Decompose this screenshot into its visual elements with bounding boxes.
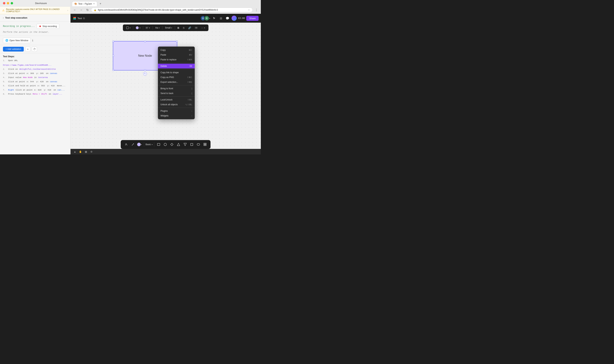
context-menu-bring-front-label: Bring to front: [160, 87, 173, 90]
shapes-more-button[interactable]: [202, 142, 208, 147]
svg-rect-23: [197, 143, 200, 145]
open-new-window-label: Open New Window: [9, 39, 28, 42]
shape-tools-dropdown[interactable]: ▾: [125, 26, 132, 30]
maximize-button[interactable]: [11, 2, 13, 4]
context-menu-widgets[interactable]: Widgets ›: [158, 113, 195, 118]
color-fill-button[interactable]: ▾: [137, 142, 143, 147]
resize-handle-bc[interactable]: [144, 69, 146, 71]
context-menu-paste-label: Paste: [160, 53, 166, 56]
bookmark-icon[interactable]: ☆: [248, 9, 250, 11]
context-menu-export[interactable]: Export selection... ⇧⌘E: [158, 80, 195, 84]
avatar-user-2: D: [204, 16, 209, 21]
reload-button[interactable]: ↻: [85, 7, 90, 13]
rotate-handle[interactable]: ↻: [143, 72, 147, 76]
status-grid-icon[interactable]: ▦: [84, 149, 88, 154]
browser-extensions-icon[interactable]: ⋮: [254, 7, 259, 13]
context-menu-paste-to-replace[interactable]: Paste to replace ⇧⌘R: [158, 57, 195, 62]
link-button[interactable]: 🔗: [187, 26, 193, 30]
resize-handle-tr[interactable]: [176, 41, 178, 42]
figma-canvas[interactable]: ▾ ▾ ▾ Aa ▾ Small ▾ B: [70, 23, 261, 154]
context-menu-copy-png[interactable]: Copy as PNG ⇧⌘C: [158, 75, 195, 80]
font-size-button[interactable]: Small ▾: [163, 26, 174, 30]
context-menu-bring-front[interactable]: Bring to front ]: [158, 86, 195, 91]
bottom-shape-toolbar: ▾ Basic ▾: [121, 140, 210, 149]
resize-handle-tl[interactable]: [112, 41, 114, 42]
plus-icon: +: [27, 48, 28, 51]
context-menu-divider-1: [158, 63, 195, 63]
minimize-button[interactable]: [7, 2, 9, 4]
info-icon[interactable]: ℹ: [32, 39, 33, 42]
shape-type-label[interactable]: Basic ▾: [145, 143, 153, 146]
share-button[interactable]: Share: [246, 16, 259, 21]
context-menu-plugins[interactable]: Plugins ›: [158, 109, 195, 113]
status-hand-icon[interactable]: ✋: [78, 149, 83, 154]
record-options-icon-button[interactable]: ⏱: [32, 47, 37, 52]
figma-logo-area[interactable]: Test ⧉: [73, 16, 85, 20]
table-row: 6. Click and hold at point x: 553 y: 418…: [3, 84, 67, 88]
resize-handle-ml[interactable]: [112, 55, 114, 56]
context-menu-copy[interactable]: Copy ⌘C: [158, 48, 195, 52]
grid-view-icon[interactable]: ⊞: [218, 16, 223, 21]
stop-recording-button[interactable]: ⏺ Stop recording: [37, 24, 59, 29]
context-menu-bring-front-shortcut: ]: [192, 87, 192, 90]
svg-marker-21: [184, 143, 186, 146]
address-bar[interactable]: 🔒 figma.com/board/xvoEMhA0Rr3GfD83qOlNQZ…: [91, 8, 253, 12]
alignment-button[interactable]: ▾: [144, 26, 151, 30]
add-validation-button[interactable]: + Add validation: [3, 47, 24, 52]
cursor-tool-icon[interactable]: [212, 16, 217, 21]
color-picker-button[interactable]: ▾: [134, 26, 142, 30]
svg-point-12: [195, 27, 195, 27]
tab-close-icon[interactable]: ✕: [93, 3, 95, 5]
forward-button[interactable]: →: [78, 7, 84, 13]
pen-tool-button[interactable]: [123, 142, 129, 147]
close-button[interactable]: [3, 2, 5, 4]
copy-icon[interactable]: ⧉: [83, 17, 85, 20]
open-window-row: 🌐 Open New Window ℹ: [0, 36, 70, 45]
context-menu-divider-3: [158, 85, 195, 85]
avatar-dropdown-icon[interactable]: ▾: [209, 17, 210, 19]
more-options-button[interactable]: ⋯ ▾: [199, 26, 207, 30]
table-row: 2. Click on delightful_toolbareaseInDltI…: [3, 67, 67, 71]
new-tab-button[interactable]: +: [98, 1, 103, 6]
back-button[interactable]: ←: [72, 7, 78, 13]
warning-banner: ⚠ Recorder captures events ONLY AFTER PA…: [0, 7, 70, 14]
context-menu-send-back[interactable]: Send to back [: [158, 91, 195, 96]
profile-picture[interactable]: [232, 16, 237, 21]
record-icon: ⏱: [33, 48, 36, 51]
globe-icon: 🌐: [5, 39, 8, 42]
triangle-down-tool-button[interactable]: [182, 142, 188, 147]
context-menu-lock[interactable]: Lock/Unlock ⇧⌘L: [158, 97, 195, 102]
context-menu-paste[interactable]: Paste ⌘V: [158, 52, 195, 57]
square-tool-button[interactable]: [189, 142, 195, 147]
test-step-execution-section[interactable]: › Test step execution: [0, 14, 70, 22]
font-family-button[interactable]: Aa ▾: [154, 26, 161, 30]
diamond-tool-button[interactable]: [169, 142, 175, 147]
table-row: 3. Click at point x: 369 y: 285 on canva…: [3, 71, 67, 76]
divider: [133, 26, 133, 30]
strikethrough-button[interactable]: S: [182, 26, 186, 30]
status-settings-icon[interactable]: ⚙: [89, 149, 94, 154]
add-step-icon-button[interactable]: +: [25, 47, 30, 52]
browser-panel: 🎨 Test – FigJam ✕ + ← → ↻ 🔒 figma.com/bo…: [70, 0, 261, 154]
list-button[interactable]: [193, 26, 199, 29]
browser-tab-active[interactable]: 🎨 Test – FigJam ✕: [72, 1, 97, 6]
resize-handle-tc[interactable]: [144, 41, 146, 42]
context-menu-unlock-all[interactable]: Unlock all objects ⌥⇧⌘L: [158, 102, 195, 107]
rounded-rect-tool-button[interactable]: [196, 142, 201, 147]
resize-handle-bl[interactable]: [112, 69, 114, 71]
ellipse-tool-button[interactable]: [162, 142, 168, 147]
warning-close-icon[interactable]: ›: [67, 9, 68, 12]
triangle-tool-button[interactable]: [176, 142, 182, 147]
chat-icon[interactable]: 💬: [225, 16, 230, 21]
pencil-tool-button[interactable]: [130, 142, 136, 147]
rectangle-tool-button[interactable]: [156, 142, 162, 147]
context-menu-copy-link[interactable]: Copy link to shape: [158, 70, 195, 75]
context-menu-delete[interactable]: Delete ⌫: [158, 64, 195, 68]
svg-point-3: [75, 18, 76, 20]
open-new-window-button[interactable]: 🌐 Open New Window: [3, 38, 31, 43]
figma-toolbar: Test ⧉ D D ▾ ⊞ 💬 03:00 Share: [70, 14, 261, 23]
chevron-right-icon: ›: [3, 17, 4, 19]
bold-button[interactable]: B: [176, 26, 181, 30]
status-cursor-icon[interactable]: ▲: [73, 149, 77, 154]
svg-rect-24: [204, 143, 205, 144]
